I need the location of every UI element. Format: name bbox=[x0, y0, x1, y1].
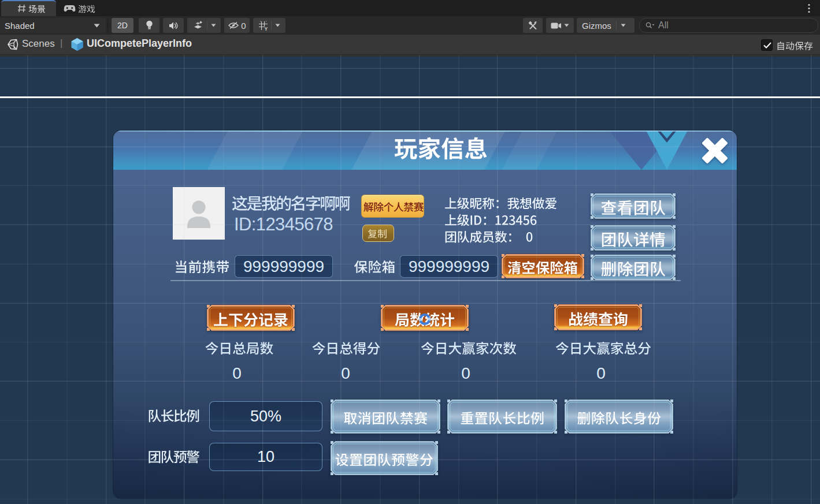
svg-text:Y: Y bbox=[265, 25, 268, 31]
